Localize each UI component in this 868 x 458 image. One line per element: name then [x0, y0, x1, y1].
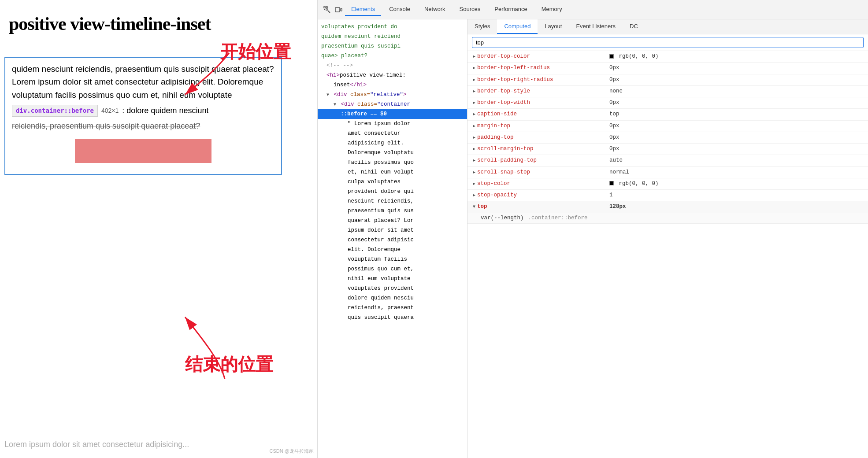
expand-icon[interactable]: ▶: [473, 180, 475, 188]
computed-search: [467, 34, 868, 51]
svg-rect-4: [324, 9, 325, 10]
inspect-icon[interactable]: [322, 5, 332, 15]
page-title: positive view-timeline-inset: [0, 0, 317, 43]
prop-value: 0px: [609, 98, 619, 107]
tab-elements[interactable]: Elements: [345, 3, 381, 16]
device-icon[interactable]: [334, 5, 343, 15]
prop-name: border-top-right-radius: [477, 75, 601, 85]
prop-name: border-top-width: [477, 98, 601, 107]
expand-icon[interactable]: ▶: [473, 99, 475, 107]
prop-value: none: [609, 87, 623, 96]
svg-rect-3: [326, 7, 327, 8]
prop-name: padding-top: [477, 133, 601, 142]
dom-line: voluptatum facilis: [318, 255, 467, 264]
dom-line: facilis possimus quo: [318, 158, 467, 167]
tab-event-listeners[interactable]: Event Listeners: [569, 19, 623, 34]
svg-rect-7: [335, 7, 340, 12]
dom-line: dolore quidem nesciu: [318, 293, 467, 303]
svg-rect-5: [326, 9, 327, 10]
dom-line: <h1>positive view-timel:: [318, 70, 467, 80]
dom-selected-line[interactable]: ::before == $0: [318, 109, 467, 119]
dom-line: voluptates provident: [318, 284, 467, 293]
css-prop-scroll-margin-top: ▶ scroll-margin-top 0px: [467, 144, 868, 155]
dom-line: elit. Doloremque: [318, 245, 467, 255]
css-prop-padding-top: ▶ padding-top 0px: [467, 132, 868, 144]
devtools-body: voluptates provident do quidem nesciunt …: [318, 19, 868, 458]
css-prop-stop-opacity: ▶ stop-opacity 1: [467, 190, 868, 201]
tab-console[interactable]: Console: [383, 3, 416, 16]
css-prop-top: ▼ top 128px: [467, 201, 868, 213]
expand-icon[interactable]: ▶: [473, 145, 475, 153]
tab-memory[interactable]: Memory: [535, 3, 568, 16]
dom-panel: voluptates provident do quidem nesciunt …: [318, 19, 467, 458]
css-prop-border-top-color: ▶ border-top-color rgb(0, 0, 0): [467, 51, 868, 63]
css-sub-row-top: var(--length) .container::before: [467, 213, 868, 224]
prop-value: rgb(0, 0, 0): [609, 179, 659, 188]
dom-line: quaerat placeat? Lor: [318, 216, 467, 225]
css-prop-border-top-style: ▶ border-top-style none: [467, 86, 868, 97]
bottom-text: Lorem ipsum dolor sit amet consectetur a…: [4, 440, 189, 449]
dom-line: nesciunt reiciendis,: [318, 196, 467, 206]
expand-icon[interactable]: ▶: [473, 122, 475, 130]
devtools-panel: Elements Console Network Sources Perform…: [317, 0, 868, 458]
expand-icon[interactable]: ▶: [473, 64, 475, 72]
prop-value: 0px: [609, 144, 619, 154]
prop-name: stop-color: [477, 179, 601, 188]
css-prop-stop-color: ▶ stop-color rgb(0, 0, 0): [467, 178, 868, 190]
dom-line: ▼ <div class="container: [318, 100, 467, 109]
css-properties-list: ▶ border-top-color rgb(0, 0, 0) ▶ border…: [467, 51, 868, 458]
css-prop-border-top-left-radius: ▶ border-top-left-radius 0px: [467, 63, 868, 74]
expand-icon[interactable]: ▼: [473, 203, 475, 211]
color-swatch: [609, 54, 614, 59]
expand-icon[interactable]: ▶: [473, 192, 475, 199]
css-sub-source: .container::before: [528, 214, 588, 223]
computed-search-input[interactable]: [472, 37, 864, 48]
dom-line: <!-- -->: [318, 61, 467, 70]
dom-line: inset</h1>: [318, 80, 467, 90]
dom-line: consectetur adipisic: [318, 235, 467, 245]
prop-value: auto: [609, 156, 623, 165]
dom-line: voluptates provident do: [318, 22, 467, 32]
tab-styles[interactable]: Styles: [467, 19, 497, 34]
tooltip-rest: : dolore quidem nesciunt: [122, 105, 208, 117]
devtools-topbar: Elements Console Network Sources Perform…: [318, 0, 868, 19]
expand-icon[interactable]: ▶: [473, 111, 475, 118]
prop-value: 0px: [609, 133, 619, 142]
prop-name: scroll-margin-top: [477, 144, 601, 154]
tab-network[interactable]: Network: [418, 3, 452, 16]
dom-line: et, nihil eum volupt: [318, 167, 467, 177]
dom-line: culpa voluptates: [318, 177, 467, 187]
tab-performance[interactable]: Performance: [488, 3, 533, 16]
tab-computed[interactable]: Computed: [497, 19, 538, 34]
dom-line: possimus quo cum et,: [318, 264, 467, 274]
dom-line: " Lorem ipsum dolor: [318, 119, 467, 129]
dom-line: praesentium quis sus: [318, 206, 467, 216]
svg-rect-8: [341, 8, 342, 11]
tooltip-dims: 402×1: [101, 106, 119, 115]
prop-value: 0px: [609, 63, 619, 73]
css-prop-border-top-right-radius: ▶ border-top-right-radius 0px: [467, 74, 868, 86]
expand-icon[interactable]: ▶: [473, 88, 475, 95]
tab-sources[interactable]: Sources: [453, 3, 487, 16]
expand-icon[interactable]: ▶: [473, 53, 475, 60]
expand-icon[interactable]: ▶: [473, 169, 475, 176]
prop-value: normal: [609, 168, 629, 177]
expand-icon[interactable]: ▶: [473, 134, 475, 141]
prop-name: border-top-style: [477, 87, 601, 96]
css-prop-margin-top: ▶ margin-top 0px: [467, 121, 868, 132]
color-swatch: [609, 181, 614, 185]
tooltip-bar: div.container::before 402×1 : dolore qui…: [12, 105, 274, 117]
tab-dc[interactable]: DC: [623, 19, 645, 34]
prop-name: top: [477, 202, 601, 211]
tab-layout[interactable]: Layout: [538, 19, 569, 34]
prop-name: scroll-snap-stop: [477, 168, 601, 177]
dom-line: ▼ <div class="relative">: [318, 90, 467, 100]
dom-line: Doloremque voluptatu: [318, 148, 467, 158]
dom-line: nihil eum voluptate: [318, 274, 467, 284]
dom-line: adipisicing elit.: [318, 138, 467, 148]
tooltip-tag: div.container::before: [12, 105, 98, 117]
expand-icon[interactable]: ▶: [473, 76, 475, 84]
css-prop-scroll-padding-top: ▶ scroll-padding-top auto: [467, 155, 868, 166]
css-prop-scroll-snap-stop: ▶ scroll-snap-stop normal: [467, 167, 868, 178]
expand-icon[interactable]: ▶: [473, 157, 475, 164]
